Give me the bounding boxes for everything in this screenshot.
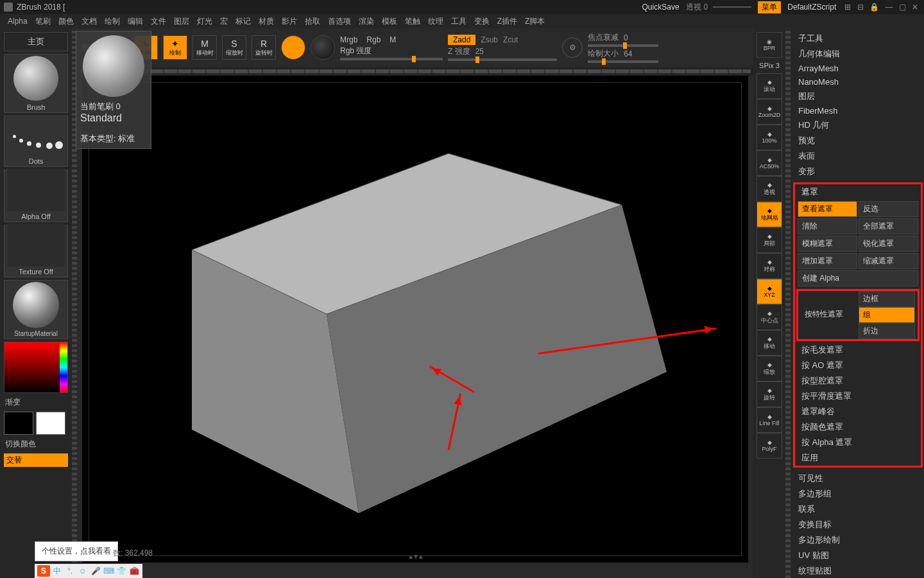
close-icon[interactable]: ✕ (912, 3, 918, 12)
rtool-透视[interactable]: ◆透视 (757, 176, 782, 202)
menu-宏[interactable]: 宏 (220, 16, 228, 27)
palette-可见性[interactable]: 可见性 (792, 471, 924, 486)
mrgb-toggle[interactable]: Mrgb (340, 35, 357, 44)
mask-按颜色遮罩[interactable]: 按颜色遮罩 (795, 419, 921, 435)
menu-Z插件[interactable]: Z插件 (497, 16, 517, 27)
palette-多边形绘制[interactable]: 多边形绘制 (792, 532, 924, 548)
mask-遮罩峰谷[interactable]: 遮罩峰谷 (795, 404, 921, 419)
zsub-button[interactable]: Zsub (481, 35, 498, 44)
draw-button[interactable]: ✦绘制 (163, 35, 187, 60)
menu-变换[interactable]: 变换 (474, 16, 490, 27)
quicksave-button[interactable]: QuickSave (642, 3, 680, 12)
palette-变形[interactable]: 变形 (792, 164, 924, 179)
mask-create-alpha[interactable]: 创建 Alpha (798, 270, 918, 286)
lock-icon[interactable]: 🔒 (869, 3, 879, 12)
history-timeline[interactable] (77, 67, 753, 76)
rgb-intensity-slider[interactable] (340, 58, 443, 60)
palette-预览[interactable]: 预览 (792, 133, 924, 148)
palette-FiberMesh[interactable]: FiberMesh (792, 104, 924, 118)
zcut-button[interactable]: Zcut (503, 35, 518, 44)
mask-按 AO 遮罩[interactable]: 按 AO 遮罩 (795, 358, 921, 373)
mask-按型腔遮罩[interactable]: 按型腔遮罩 (795, 373, 921, 389)
menu-工具[interactable]: 工具 (451, 16, 466, 27)
ime-keyboard-icon[interactable]: ⌨ (103, 565, 114, 577)
menu-灯光[interactable]: 灯光 (197, 16, 212, 27)
rtool-中心点[interactable]: ◆中心点 (757, 304, 782, 330)
zadd-button[interactable]: Zadd (448, 35, 475, 45)
texture-thumbnail[interactable]: Texture Off (4, 225, 68, 277)
lazy-mouse-icon[interactable]: ⚙ (562, 37, 583, 58)
z-intensity-slider[interactable] (448, 58, 557, 61)
mask-查看遮罩[interactable]: 查看遮罩 (798, 201, 857, 217)
mask-按毛发遮罩[interactable]: 按毛发遮罩 (795, 342, 921, 358)
draw-size-slider[interactable] (588, 60, 658, 63)
rtool-旋转[interactable]: ◆旋转 (757, 381, 782, 407)
m-toggle[interactable]: M (389, 35, 396, 44)
rtool-AC50%[interactable]: ◆AC50% (757, 150, 782, 176)
rtool-缩放[interactable]: ◆缩放 (757, 356, 782, 381)
default-zscript-button[interactable]: DefaultZScript (787, 3, 836, 12)
menu-button[interactable]: 菜单 (758, 1, 781, 13)
palette-HD 几何[interactable]: HD 几何 (792, 118, 924, 133)
ime-toolbox-icon[interactable]: 🧰 (128, 565, 140, 577)
settings-popup[interactable]: 个性设置，点我看看 (35, 541, 118, 561)
home-button[interactable]: 主页 (4, 32, 68, 51)
right-panel-handle[interactable] (785, 28, 791, 578)
menu-颜色[interactable]: 颜色 (58, 16, 74, 27)
menu-笔触[interactable]: 笔触 (405, 16, 420, 27)
menu-材质[interactable]: 材质 (259, 16, 274, 27)
layout2-icon[interactable]: ⊟ (857, 3, 864, 12)
maximize-icon[interactable]: ▢ (899, 3, 906, 12)
hue-strip[interactable] (60, 342, 67, 392)
palette-联系[interactable]: 联系 (792, 502, 924, 517)
palette-几何体编辑[interactable]: 几何体编辑 (792, 46, 924, 62)
menu-编辑[interactable]: 编辑 (128, 16, 143, 27)
menu-标记[interactable]: 标记 (235, 16, 251, 27)
swap-color-label[interactable]: 切换颜色 (4, 437, 68, 451)
ime-toolbar[interactable]: S 中 °, ☺ 🎤 ⌨ 👕 🧰 (35, 564, 142, 578)
ime-mic-icon[interactable]: 🎤 (90, 565, 101, 577)
mask-按平滑度遮罩[interactable]: 按平滑度遮罩 (795, 389, 921, 404)
menu-纹理[interactable]: 纹理 (428, 16, 443, 27)
rtool-移动[interactable]: ◆移动 (757, 330, 782, 356)
material-thumbnail[interactable]: StartupMaterial (4, 280, 68, 339)
gradient-label[interactable]: 渐变 (4, 396, 68, 409)
menu-绘制[interactable]: 绘制 (105, 16, 120, 27)
layout-icon[interactable]: ⊞ (844, 3, 851, 12)
color-picker[interactable] (4, 342, 68, 393)
bpr-button[interactable]: ◉BPR (757, 32, 782, 58)
palette-表面[interactable]: 表面 (792, 148, 924, 164)
stroke-thumbnail[interactable]: Dots (4, 116, 68, 167)
scale-gizmo-button[interactable]: S缩放时 (222, 35, 246, 60)
mask-增加遮罩[interactable]: 增加遮罩 (798, 253, 857, 269)
menu-模板[interactable]: 模板 (382, 16, 397, 27)
minimize-icon[interactable]: — (885, 3, 893, 12)
alternate-button[interactable]: 交替 (4, 453, 68, 467)
rtool-Line Fill[interactable]: ◆Line Fill (757, 407, 782, 433)
menu-图层[interactable]: 图层 (174, 16, 189, 27)
alpha-thumbnail[interactable]: Alpha Off (4, 170, 68, 222)
palette-变换目标[interactable]: 变换目标 (792, 517, 924, 532)
spix-label[interactable]: SPix 3 (759, 62, 780, 69)
rotate-gizmo-button[interactable]: R旋转时 (252, 35, 276, 60)
mask-模糊遮罩[interactable]: 模糊遮罩 (798, 236, 857, 252)
rgb-toggle[interactable]: Rgb (366, 35, 381, 44)
mask-应用[interactable]: 应用 (795, 450, 921, 466)
mask-锐化遮罩[interactable]: 锐化遮罩 (859, 236, 918, 252)
ime-skin-icon[interactable]: 👕 (116, 565, 127, 577)
palette-图层[interactable]: 图层 (792, 89, 924, 104)
menu-Z脚本[interactable]: Z脚本 (525, 16, 545, 27)
focal-shift-slider[interactable] (588, 44, 658, 47)
rtool-局部[interactable]: ◆局部 (757, 227, 782, 253)
ime-lang-icon[interactable]: 中 (51, 565, 63, 577)
menu-影片[interactable]: 影片 (282, 16, 297, 27)
rtool-XYZ[interactable]: ◆XYZ (757, 279, 782, 304)
rtool-100%[interactable]: ◆100% (757, 125, 782, 150)
mask-缩减遮罩[interactable]: 缩减遮罩 (859, 253, 918, 269)
menu-Alpha[interactable]: Alpha (8, 17, 28, 26)
menu-首选项[interactable]: 首选项 (328, 16, 351, 27)
ime-punct-icon[interactable]: °, (64, 565, 76, 577)
dynamesh-button[interactable] (311, 35, 335, 60)
palette-ArrayMesh[interactable]: ArrayMesh (792, 62, 924, 75)
brush-thumbnail[interactable]: Brush (4, 54, 68, 113)
